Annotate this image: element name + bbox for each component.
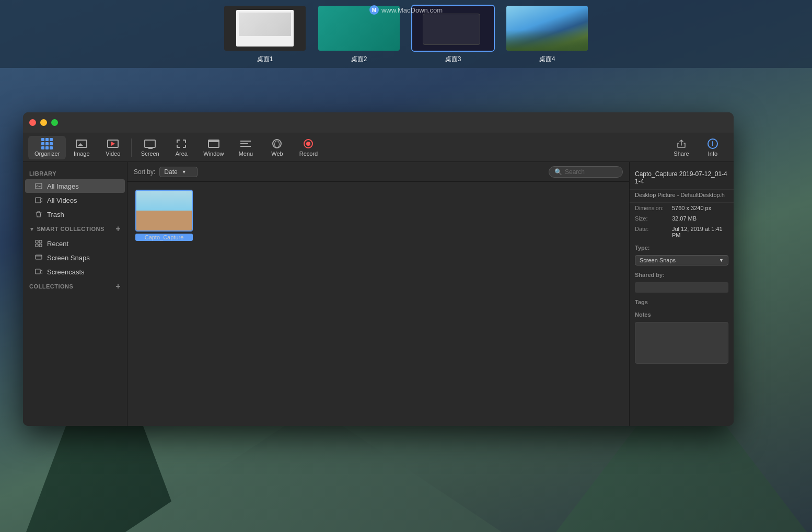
all-images-icon bbox=[34, 182, 43, 190]
all-videos-label: All Videos bbox=[47, 196, 77, 204]
all-images-label: All Images bbox=[47, 182, 79, 190]
screen-snaps-label: Screen Snaps bbox=[47, 254, 90, 262]
date-key: Date: bbox=[635, 226, 669, 238]
screencasts-icon bbox=[34, 268, 43, 276]
image-button[interactable]: Image bbox=[66, 136, 97, 159]
window-icon bbox=[207, 138, 220, 149]
screen-label: Screen bbox=[141, 151, 159, 157]
title-bar bbox=[23, 112, 734, 133]
share-icon bbox=[675, 138, 688, 149]
organizer-button[interactable]: Organizer bbox=[28, 136, 66, 159]
svg-rect-8 bbox=[36, 269, 40, 274]
svg-rect-2 bbox=[36, 240, 38, 243]
notes-area[interactable] bbox=[635, 322, 728, 364]
desktop-thumb-1[interactable]: 桌面1 bbox=[223, 5, 307, 64]
sidebar-item-screencasts[interactable]: Screencasts bbox=[25, 265, 125, 279]
type-dropdown-arrow: ▼ bbox=[719, 258, 724, 263]
area-button[interactable]: Area bbox=[166, 136, 197, 159]
window-label: Window bbox=[203, 151, 224, 157]
library-header: LIBRARY bbox=[23, 167, 127, 179]
thumbnail-image bbox=[135, 190, 193, 232]
window-button[interactable]: Window bbox=[197, 136, 230, 159]
size-value: 32.07 MB bbox=[672, 215, 697, 222]
video-button[interactable]: Video bbox=[97, 136, 129, 159]
info-size-row: Size: 32.07 MB bbox=[630, 213, 734, 224]
maximize-button[interactable] bbox=[51, 119, 58, 126]
content-area: Sort by: Date ▼ 🔍 Capto_Capture bbox=[127, 162, 629, 426]
trash-icon bbox=[34, 210, 43, 218]
area-label: Area bbox=[176, 151, 188, 157]
smart-collections-add-button[interactable]: + bbox=[115, 225, 121, 233]
organizer-icon bbox=[41, 138, 53, 149]
menu-icon bbox=[239, 138, 252, 149]
sort-dropdown-arrow: ▼ bbox=[182, 169, 187, 175]
search-box: 🔍 bbox=[549, 166, 623, 178]
sidebar: LIBRARY All Images All bbox=[23, 162, 127, 426]
notes-label: Notes bbox=[630, 307, 734, 320]
screen-icon bbox=[144, 138, 156, 149]
toolbar-separator-1 bbox=[131, 138, 132, 157]
info-label: Info bbox=[708, 151, 717, 157]
image-label: Image bbox=[74, 151, 90, 157]
collections-toggle[interactable]: COLLECTIONS + bbox=[23, 279, 127, 294]
toolbar: Organizer Image Video Screen bbox=[23, 133, 734, 162]
sort-by-label: Sort by: bbox=[134, 168, 155, 176]
shared-by-label: Shared by: bbox=[630, 268, 734, 280]
app-window: Organizer Image Video Screen bbox=[23, 112, 734, 426]
video-label: Video bbox=[106, 151, 120, 157]
minimize-button[interactable] bbox=[40, 119, 47, 126]
screen-button[interactable]: Screen bbox=[134, 136, 166, 159]
web-label: Web bbox=[271, 151, 283, 157]
organizer-label: Organizer bbox=[34, 151, 60, 157]
type-dropdown[interactable]: Screen Snaps ▼ bbox=[635, 255, 728, 265]
trash-label: Trash bbox=[47, 211, 64, 218]
menu-button[interactable]: Menu bbox=[230, 136, 261, 159]
video-icon bbox=[107, 138, 119, 149]
sort-dropdown[interactable]: Date ▼ bbox=[159, 167, 197, 177]
screen-snaps-icon bbox=[34, 253, 43, 262]
svg-rect-1 bbox=[36, 198, 41, 203]
dimension-key: Dimension: bbox=[635, 205, 669, 211]
desktop-thumb-1-image bbox=[223, 5, 307, 52]
macdown-watermark: M www.MacDown.com bbox=[369, 5, 443, 15]
web-button[interactable]: Web bbox=[261, 136, 293, 159]
desktop-thumb-4-image bbox=[505, 5, 589, 52]
search-icon: 🔍 bbox=[554, 168, 562, 176]
sidebar-item-recent[interactable]: Recent bbox=[25, 237, 125, 250]
info-panel: Capto_Capture 2019-07-12_01-41-4 Desktop… bbox=[629, 162, 734, 426]
size-key: Size: bbox=[635, 215, 669, 222]
collections-add-button[interactable]: + bbox=[115, 282, 121, 291]
close-button[interactable] bbox=[29, 119, 36, 126]
sidebar-item-all-images[interactable]: All Images bbox=[25, 179, 125, 193]
sidebar-item-screen-snaps[interactable]: Screen Snaps bbox=[25, 251, 125, 264]
area-icon bbox=[175, 138, 188, 149]
tags-label: Tags bbox=[630, 295, 734, 307]
record-button[interactable]: Record bbox=[293, 136, 324, 159]
info-icon: i bbox=[706, 138, 719, 149]
main-content: LIBRARY All Images All bbox=[23, 162, 734, 426]
record-icon bbox=[302, 138, 315, 149]
thumbnails-area: Capto_Capture bbox=[127, 182, 629, 426]
menu-label: Menu bbox=[239, 151, 253, 157]
info-filename: Capto_Capture 2019-07-12_01-41-4 bbox=[630, 167, 734, 190]
share-button[interactable]: Share bbox=[666, 136, 697, 159]
recent-label: Recent bbox=[47, 240, 68, 248]
desktop-thumb-4[interactable]: 桌面4 bbox=[505, 5, 589, 64]
sidebar-item-trash[interactable]: Trash bbox=[25, 207, 125, 221]
desktop-4-label: 桌面4 bbox=[539, 55, 555, 64]
type-label: Type: bbox=[630, 240, 734, 253]
thumbnail-item[interactable]: Capto_Capture bbox=[135, 190, 193, 241]
dimension-value: 5760 x 3240 px bbox=[672, 205, 711, 211]
macdown-logo-icon: M bbox=[369, 5, 379, 15]
search-input[interactable] bbox=[565, 168, 617, 176]
desktop-2-label: 桌面2 bbox=[351, 55, 367, 64]
info-button[interactable]: i Info bbox=[697, 136, 728, 159]
svg-rect-4 bbox=[36, 244, 38, 247]
traffic-lights bbox=[29, 119, 58, 126]
share-label: Share bbox=[674, 151, 689, 157]
web-icon bbox=[271, 138, 283, 149]
thumbnail-label: Capto_Capture bbox=[135, 234, 193, 241]
smart-collections-toggle[interactable]: ▼ SMART COLLECTIONS + bbox=[23, 222, 127, 236]
sidebar-item-all-videos[interactable]: All Videos bbox=[25, 193, 125, 207]
image-icon bbox=[75, 138, 88, 149]
